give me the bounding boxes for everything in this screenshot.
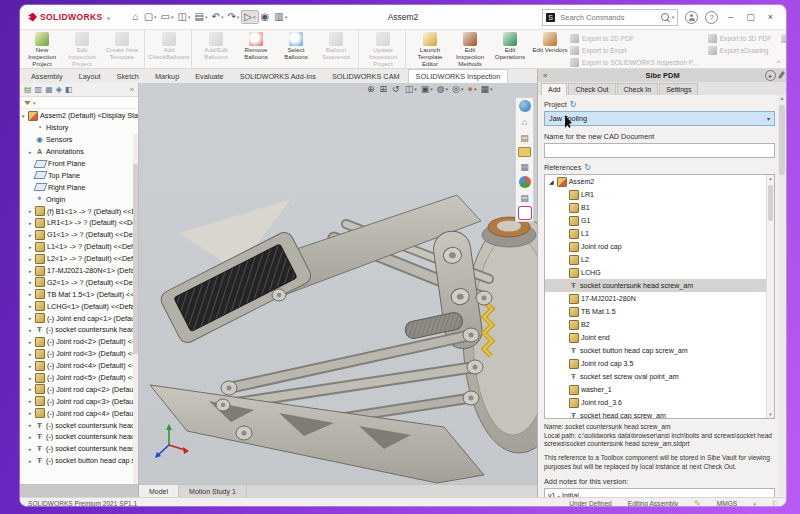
tree-scrollbar[interactable] bbox=[133, 134, 138, 484]
ribbon-button[interactable]: Edit Vendors bbox=[530, 30, 570, 68]
view-orientation-icon[interactable]: ▣ ▾ bbox=[421, 85, 433, 94]
ribbon-button[interactable]: Edit Inspection Methods bbox=[450, 30, 490, 68]
gripper-3d-model[interactable] bbox=[139, 83, 537, 484]
tree-row[interactable]: ▸ Top Plane bbox=[20, 169, 138, 181]
scrollbar-thumb[interactable] bbox=[779, 105, 785, 175]
tree-row[interactable]: ▸ Sensors bbox=[20, 134, 138, 146]
reference-row[interactable]: L2 bbox=[545, 253, 774, 266]
close-button[interactable]: × bbox=[765, 12, 776, 22]
reference-row[interactable]: socket button head cap screw_am bbox=[545, 344, 774, 357]
edit-appearance-icon[interactable]: ● ▾ bbox=[467, 85, 476, 94]
reference-row[interactable]: B2 bbox=[545, 318, 774, 331]
sibe-pdm-icon[interactable] bbox=[519, 207, 531, 219]
pin-icon[interactable] bbox=[778, 71, 785, 79]
tree-root-row[interactable]: ▾ Assem2 (Default) <Display State-1> bbox=[20, 110, 138, 122]
tree-scrollbar-thumb[interactable] bbox=[133, 164, 138, 354]
tree-row[interactable]: ▸ (-) Joint rod<2> (Default) <<Def bbox=[20, 336, 138, 348]
tree-row[interactable]: ▸ (-) Joint rod cap<2> (Default) << bbox=[20, 383, 138, 395]
scroll-up-icon[interactable]: ▲ bbox=[768, 176, 772, 181]
reference-row[interactable]: TB Mat 1.5 bbox=[545, 305, 774, 318]
ribbon-button[interactable]: Launch Template Editor bbox=[410, 30, 450, 68]
tree-row[interactable]: ▸ Annotations bbox=[20, 146, 138, 158]
commandmanager-tab[interactable]: Markup bbox=[147, 69, 187, 83]
tree-row[interactable]: ▸ (-) Joint rod cap<4> (Default) << bbox=[20, 407, 138, 419]
commandmanager-tab[interactable]: Sketch bbox=[109, 69, 147, 83]
solidworks-resources-icon[interactable] bbox=[519, 100, 531, 112]
reference-row[interactable]: 17-MJ2021-280N bbox=[545, 292, 774, 305]
tree-row[interactable]: ▸ (-) socket countersunk head scre bbox=[20, 419, 138, 431]
dimxpert-tab-icon[interactable]: ◈ bbox=[56, 85, 62, 94]
home-icon[interactable]: ⌂ bbox=[131, 11, 142, 23]
ribbon-button[interactable]: Balloon Sequence bbox=[316, 30, 359, 68]
tab-splitter[interactable] bbox=[20, 485, 139, 497]
reference-row[interactable]: washer_1 bbox=[545, 383, 774, 396]
tree-row[interactable]: ▸ L1<1> -> ? (Default) <<Default>_ bbox=[20, 241, 138, 253]
document-tab[interactable]: Model bbox=[139, 485, 179, 497]
ribbon-button[interactable]: Update Inspection Project bbox=[363, 30, 406, 68]
export-button[interactable]: Export to Excel bbox=[570, 46, 698, 55]
tree-row[interactable]: ▸ TB Mat 1.5<1> (Default) <<Defau bbox=[20, 288, 138, 300]
tree-row[interactable]: ▸ (-) socket countersunk head scre bbox=[20, 443, 138, 455]
reference-row[interactable]: socket head cap screw_am bbox=[545, 409, 774, 419]
featuremanager-tree-icon[interactable]: ▤ bbox=[24, 85, 32, 94]
references-scrollbar[interactable]: ▲ ▼ bbox=[766, 175, 774, 418]
export-button[interactable]: Export eDrawing bbox=[708, 46, 772, 55]
reference-row[interactable]: LR1 bbox=[545, 188, 774, 201]
print-icon[interactable]: ▤ ▾ bbox=[193, 11, 210, 23]
apply-scene-icon[interactable]: ▦ ▾ bbox=[480, 85, 492, 94]
panel-chevron-icon[interactable]: ▸ bbox=[765, 70, 776, 81]
design-library-icon[interactable]: ▤ bbox=[518, 131, 531, 144]
reference-row[interactable]: B1 bbox=[545, 201, 774, 214]
reference-row[interactable]: L1 bbox=[545, 227, 774, 240]
tree-row[interactable]: ▸ (-) socket countersunk head scre bbox=[20, 324, 138, 336]
tree-filter-row[interactable]: ▾ bbox=[20, 97, 138, 109]
zoom-area-icon[interactable]: ⊞ bbox=[380, 85, 389, 94]
reference-row[interactable]: LCHG bbox=[545, 266, 774, 279]
ribbon-button[interactable]: Remove Balloons bbox=[236, 30, 276, 68]
reference-row[interactable]: Joint end bbox=[545, 331, 774, 344]
display-style-icon[interactable]: ◍ ▾ bbox=[437, 85, 448, 94]
tag-icon[interactable]: ⚐ bbox=[772, 500, 778, 507]
ribbon-button[interactable]: Select Balloons bbox=[276, 30, 316, 68]
reference-row[interactable]: socket countersunk head screw_am bbox=[545, 279, 774, 292]
pdm-tab[interactable]: Check In bbox=[617, 83, 659, 95]
commandmanager-tab[interactable]: Assembly bbox=[23, 69, 71, 83]
custom-properties-icon[interactable]: ▤ bbox=[518, 191, 531, 204]
tree-row[interactable]: ▸ (-) Joint rod<3> (Default) <<Def bbox=[20, 348, 138, 360]
ribbon-collapse-icon[interactable]: ^ bbox=[777, 59, 780, 66]
version-notes-input[interactable] bbox=[545, 489, 774, 497]
user-account-icon[interactable] bbox=[685, 11, 698, 24]
displaymanager-tab-icon[interactable]: ◧ bbox=[65, 85, 73, 94]
expander-icon[interactable]: ◢ bbox=[549, 178, 554, 185]
undo-icon[interactable]: ↶ ▾ bbox=[210, 11, 226, 23]
open-icon[interactable]: ▭ ▾ bbox=[159, 11, 176, 23]
zoom-fit-icon[interactable]: ⊕ bbox=[367, 85, 376, 94]
hide-show-items-icon[interactable]: ◎ ▾ bbox=[452, 85, 463, 94]
tree-row[interactable]: ▸ Front Plane bbox=[20, 158, 138, 170]
commandmanager-tab[interactable]: SOLIDWORKS Add-Ins bbox=[232, 69, 324, 83]
project-select[interactable]: Jaw Tooling ▾ bbox=[544, 111, 775, 126]
tree-row[interactable]: ▸ G2<1> -> ? (Default) <<Default>_ bbox=[20, 276, 138, 288]
maximize-button[interactable]: ▢ bbox=[743, 12, 758, 22]
tree-row[interactable]: ▸ L2<1> -> ? (Default) <<Default>_ bbox=[20, 253, 138, 265]
appearances-icon[interactable] bbox=[519, 176, 531, 188]
help-icon[interactable]: ? bbox=[705, 11, 718, 24]
view-palette-icon[interactable]: ▦ bbox=[518, 160, 531, 173]
tree-row[interactable]: ▸ (f) B1<1> -> ? (Default) <<Defaul bbox=[20, 205, 138, 217]
tree-row[interactable]: ▸ Origin bbox=[20, 193, 138, 205]
new-document-icon[interactable]: ▢ ▾ bbox=[142, 11, 159, 23]
home-icon[interactable]: ⌂ bbox=[518, 115, 531, 128]
display-panel-icon[interactable]: ▥ ▾ bbox=[272, 11, 289, 23]
select-tool-icon[interactable]: ▷ ▾ bbox=[241, 10, 258, 24]
previous-view-icon[interactable]: ↺ bbox=[392, 85, 401, 94]
panel-scrollbar[interactable]: ▲ bbox=[778, 95, 786, 496]
propertymanager-tab-icon[interactable]: ▥ bbox=[35, 85, 43, 94]
export-button[interactable]: Export to SOLIDWORKS Inspection P... bbox=[570, 58, 698, 67]
export-button[interactable]: Export to 2D PDF bbox=[570, 34, 698, 43]
graphics-viewport[interactable]: ⊕ ⊞ ↺ bbox=[139, 83, 537, 484]
units-selector[interactable]: MMGS bbox=[717, 500, 738, 506]
retracted-button[interactable]: Retracted bbox=[781, 34, 786, 43]
search-commands-box[interactable]: S ▾ bbox=[542, 9, 678, 26]
pdm-tab[interactable]: Add bbox=[541, 83, 567, 95]
ribbon-button[interactable]: Edit Operations bbox=[490, 30, 530, 68]
